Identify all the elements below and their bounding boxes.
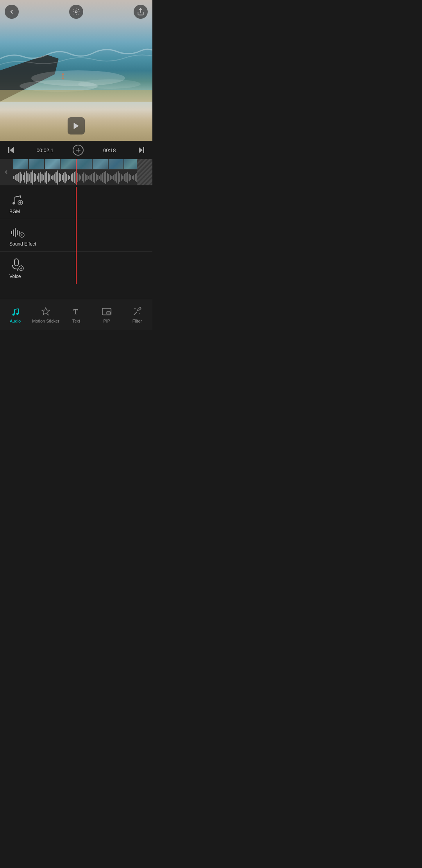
- skip-back-button[interactable]: [5, 144, 17, 156]
- thumb-5: [76, 159, 92, 170]
- video-preview: [0, 0, 152, 141]
- middle-area: 00:02.1 00:18: [0, 141, 152, 299]
- waveform-container[interactable]: [13, 159, 140, 185]
- skip-forward-button[interactable]: [135, 144, 148, 156]
- svg-point-49: [139, 313, 140, 314]
- text-nav-icon: T: [71, 306, 82, 317]
- svg-text:T: T: [73, 307, 79, 316]
- current-time: 00:02.1: [37, 147, 54, 153]
- svg-line-40: [14, 308, 18, 309]
- svg-rect-46: [137, 307, 141, 311]
- sound-effect-label: Sound Effect: [9, 241, 36, 247]
- time-row: 00:02.1 00:18: [0, 144, 152, 156]
- playhead: [76, 159, 77, 185]
- bottom-navigation: Audio Motion Sticker T Text PIP: [0, 299, 152, 330]
- svg-rect-23: [11, 231, 12, 234]
- svg-rect-13: [8, 147, 9, 153]
- motion-sticker-nav-icon: [40, 306, 51, 317]
- thumb-3: [45, 159, 61, 170]
- back-button[interactable]: [5, 5, 19, 19]
- nav-text[interactable]: T Text: [61, 303, 91, 326]
- svg-marker-16: [139, 147, 143, 153]
- timeline-strip[interactable]: [0, 159, 152, 185]
- svg-rect-24: [13, 230, 14, 236]
- svg-rect-4: [0, 90, 152, 102]
- timeline-controls: 00:02.1 00:18: [0, 141, 152, 187]
- svg-marker-41: [42, 307, 50, 315]
- audio-nav-icon: [10, 306, 21, 317]
- bgm-tool[interactable]: BGM: [0, 187, 152, 219]
- svg-marker-11: [74, 123, 79, 129]
- nav-pip[interactable]: PIP: [91, 303, 122, 326]
- svg-marker-12: [10, 147, 14, 153]
- svg-rect-31: [14, 259, 18, 266]
- voice-icon: [9, 256, 25, 272]
- svg-rect-17: [143, 147, 144, 153]
- total-duration: 00:18: [103, 147, 116, 153]
- play-button[interactable]: [68, 117, 85, 135]
- bgm-icon: [9, 192, 25, 207]
- svg-point-18: [13, 202, 15, 204]
- svg-point-3: [78, 79, 141, 89]
- thumb-1: [13, 159, 29, 170]
- voice-label: Voice: [9, 274, 21, 279]
- svg-line-9: [63, 78, 64, 79]
- filter-nav-icon: [132, 306, 143, 317]
- overflow-panel: [137, 159, 152, 185]
- nav-filter[interactable]: Filter: [122, 303, 152, 326]
- svg-rect-25: [15, 228, 16, 237]
- svg-point-47: [134, 308, 136, 309]
- thumb-7: [108, 159, 124, 170]
- filter-nav-label: Filter: [132, 319, 142, 323]
- motion-sticker-nav-label: Motion Sticker: [32, 319, 59, 323]
- thumb-4: [60, 159, 76, 170]
- share-button[interactable]: [134, 5, 148, 19]
- settings-button[interactable]: [69, 5, 83, 19]
- tools-area: BGM Sound Effect: [0, 187, 152, 284]
- svg-line-45: [134, 312, 137, 315]
- nav-audio[interactable]: Audio: [0, 303, 30, 326]
- bgm-label: BGM: [9, 209, 20, 214]
- sound-effect-icon: [9, 224, 25, 240]
- svg-rect-26: [17, 230, 18, 235]
- pip-nav-icon: [101, 306, 112, 317]
- svg-point-48: [139, 309, 141, 310]
- nav-motion-sticker[interactable]: Motion Sticker: [30, 303, 61, 326]
- svg-rect-44: [107, 312, 110, 314]
- add-clip-button[interactable]: [73, 145, 84, 156]
- svg-point-5: [62, 74, 64, 75]
- voice-tool[interactable]: Voice: [0, 252, 152, 284]
- sound-effect-tool[interactable]: Sound Effect: [0, 219, 152, 252]
- scene-overlay: [0, 23, 152, 102]
- pip-nav-label: PIP: [103, 319, 110, 323]
- surfer-figure: [61, 73, 65, 79]
- svg-point-10: [75, 11, 77, 13]
- audio-nav-label: Audio: [10, 319, 21, 323]
- thumb-6: [92, 159, 108, 170]
- text-nav-label: Text: [72, 319, 80, 323]
- timeline-prev-button[interactable]: [0, 159, 13, 185]
- thumb-2: [29, 159, 45, 170]
